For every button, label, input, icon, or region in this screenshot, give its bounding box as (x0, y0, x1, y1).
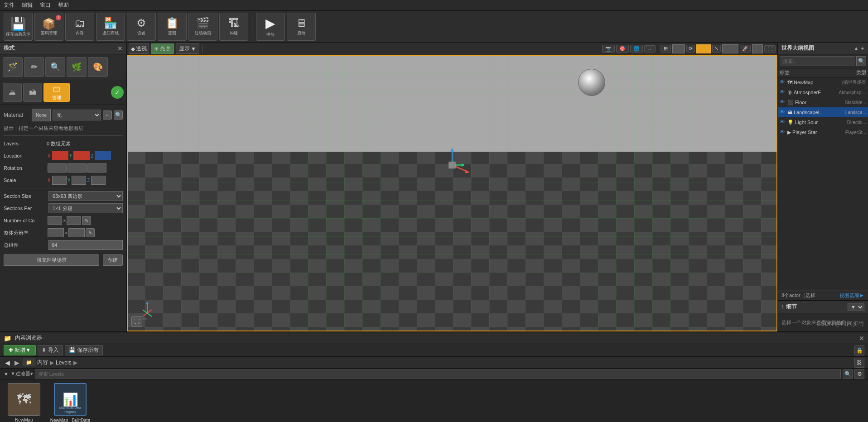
menu-edit[interactable]: 编辑 (22, 1, 33, 9)
lighting-toggle[interactable]: ☀ 光照 (151, 43, 174, 54)
gizmo-sphere[interactable] (578, 69, 605, 96)
view-options-btn[interactable]: 视图选项► (839, 292, 864, 299)
filter-label[interactable]: ▼过滤器▾ (10, 370, 33, 377)
cinematic-button[interactable]: 🎬 过场动画 (188, 13, 217, 41)
viewport-canvas[interactable]: XYZ ⛶ (127, 55, 777, 331)
mode-icon-2[interactable]: ✏ (24, 57, 44, 77)
launch-button[interactable]: 🖥 启动 (287, 13, 316, 41)
create-button[interactable]: 创建 (103, 254, 123, 266)
rotation-x-input[interactable]: 0.0 (48, 163, 67, 173)
mode-icon-5[interactable]: 🎨 (88, 57, 108, 77)
lock-icon[interactable]: 🔒 (854, 345, 864, 355)
source-control-button[interactable]: 📦 源码管理 ! (34, 13, 63, 41)
scale-y-input[interactable]: 10. (72, 176, 86, 185)
outliner-add-btn[interactable]: + (861, 45, 864, 52)
section-size-select[interactable]: 63x63 四边形 (48, 191, 123, 201)
menu-file[interactable]: 文件 (4, 1, 14, 9)
res-y-input[interactable]: 505 (68, 228, 85, 237)
menu-help[interactable]: 帮助 (58, 1, 69, 9)
res-x-input[interactable]: 505 (48, 228, 64, 237)
camera-speed-input[interactable]: 4 (752, 44, 763, 53)
mode-icon-4[interactable]: 🌿 (67, 57, 87, 77)
rotation-z-input[interactable]: 0.0 (87, 163, 106, 173)
path-levels-label[interactable]: Levels (56, 360, 72, 366)
content-browser-close[interactable]: ✕ (859, 335, 864, 342)
path-lock-btn[interactable]: ⛓ (854, 358, 864, 368)
vp-tool-3[interactable]: ↔ (644, 45, 656, 53)
bottom-left-icon[interactable]: ⛶ (131, 316, 142, 327)
detail-dropdown[interactable]: ▼ (848, 303, 864, 311)
perspective-toggle[interactable]: ◆ 透视 (129, 43, 149, 54)
fill-world-button[interactable]: 填充世界场景 (4, 254, 99, 266)
sculpt-icon-2[interactable]: 🏔 (23, 83, 42, 102)
sculpt-icon-1[interactable]: ⛰ (3, 83, 22, 102)
content-item-0[interactable]: 🗺 NewMap (4, 383, 44, 422)
outliner-item-3[interactable]: 👁 🏔 LandscapeL Landsca... (778, 107, 868, 117)
num-comp-edit-btn[interactable]: ✎ (82, 216, 91, 225)
material-select[interactable]: 无 (53, 110, 101, 120)
visibility-icon-5[interactable]: 👁 (780, 129, 786, 135)
outliner-search-btn[interactable]: 🔍 (856, 56, 866, 66)
visibility-icon-2[interactable]: 👁 (780, 99, 786, 106)
scale-snap-input[interactable]: 0.25 (722, 44, 738, 53)
nav-back-btn[interactable]: ◀ (4, 359, 11, 366)
scale-snap-btn[interactable]: ⤡ (712, 45, 721, 53)
num-comp-x-input[interactable]: 8 (48, 216, 62, 225)
scale-z-input[interactable]: 10. (91, 176, 106, 185)
visibility-icon-0[interactable]: 👁 (780, 79, 786, 86)
visibility-icon-1[interactable]: 👁 (780, 89, 786, 96)
add-button[interactable]: ✚ 新增▼ (4, 345, 36, 355)
build-button[interactable]: 🏗 构建 (219, 13, 248, 41)
rotation-y-input[interactable]: 0.0 (68, 163, 87, 173)
visibility-icon-4[interactable]: 👁 (780, 119, 786, 125)
outliner-item-5[interactable]: 👁 ▶ Player Star PlayerSt... (778, 127, 868, 137)
visibility-icon-3[interactable]: 👁 (780, 109, 786, 115)
mode-close[interactable]: ✕ (117, 45, 123, 52)
content-button[interactable]: 🗂 内容 (65, 13, 94, 41)
rotation-snap-input[interactable]: 10° (696, 44, 711, 53)
grid-toggle[interactable]: ⊞ (661, 45, 671, 53)
import-button[interactable]: ⬇ 导入 (38, 345, 63, 355)
store-button[interactable]: 🏪 虚幻商城 (96, 13, 125, 41)
mode-icon-3[interactable]: 🔍 (45, 57, 65, 77)
show-toggle[interactable]: 显示 ▼ (176, 43, 199, 54)
location-z-input[interactable]: 10. (95, 151, 111, 160)
camera-speed-btn[interactable]: 🚀 (740, 45, 751, 53)
outliner-item-1[interactable]: 👁 🌫 AtmospherF Atmosphspi... (778, 87, 868, 97)
rotation-snap-btn[interactable]: ⟳ (686, 45, 695, 53)
outliner-item-0[interactable]: 👁 🗺 NewMap （缩世界场景 (778, 77, 868, 87)
settings-button[interactable]: ⚙ 设置 (127, 13, 156, 41)
manage-btn[interactable]: 🗃 管理 (43, 83, 70, 102)
sections-per-select[interactable]: 1×1 分段 (48, 203, 123, 213)
content-item-1[interactable]: 📊 Map Build Data Registry NewMap_ BuiltD… (50, 383, 91, 422)
save-all-button[interactable]: 💾 保存所有 (65, 345, 103, 355)
filter-icon[interactable]: ▼ (4, 371, 9, 377)
transform-gizmo[interactable] (434, 147, 470, 185)
nav-folder-btn[interactable]: 📁 (23, 359, 35, 366)
scale-x-input[interactable]: 10. (52, 176, 67, 185)
content-search-input[interactable] (35, 369, 841, 379)
outliner-search-input[interactable] (780, 56, 855, 66)
camera-mode-btn[interactable]: 📷 (602, 45, 615, 53)
vp-tool-1[interactable]: 🎯 (616, 45, 629, 53)
content-search-btn[interactable]: 🔍 (843, 369, 853, 379)
check-btn[interactable]: ✓ (111, 86, 124, 99)
path-content-label[interactable]: 内容 (37, 359, 48, 366)
outliner-item-2[interactable]: 👁 ⬛ Floor StaticMe... (778, 97, 868, 107)
num-comp-y-input[interactable]: 8 (67, 216, 81, 225)
vp-tool-2[interactable]: 🌐 (630, 45, 643, 53)
material-back-btn[interactable]: ← (103, 110, 112, 120)
res-edit-btn[interactable]: ✎ (86, 228, 95, 237)
grid-size-input[interactable]: 10 (672, 44, 685, 53)
material-search-btn[interactable]: 🔍 (114, 110, 123, 120)
mode-icon-1[interactable]: 🪄 (3, 57, 23, 77)
location-y-input[interactable]: 0. (73, 151, 90, 160)
content-settings-btn[interactable]: ⚙ (854, 369, 864, 379)
outliner-sort-btn[interactable]: ▲ (854, 45, 859, 52)
nav-forward-btn[interactable]: ▶ (13, 359, 21, 366)
menu-window[interactable]: 窗口 (40, 1, 51, 9)
maximize-btn[interactable]: ⛶ (764, 45, 776, 53)
save-map-button[interactable]: 💾 保存当前关卡 (4, 13, 33, 41)
play-button[interactable]: ▶ 播放 (256, 13, 285, 41)
blueprint-button[interactable]: 📋 蓝图 (158, 13, 187, 41)
